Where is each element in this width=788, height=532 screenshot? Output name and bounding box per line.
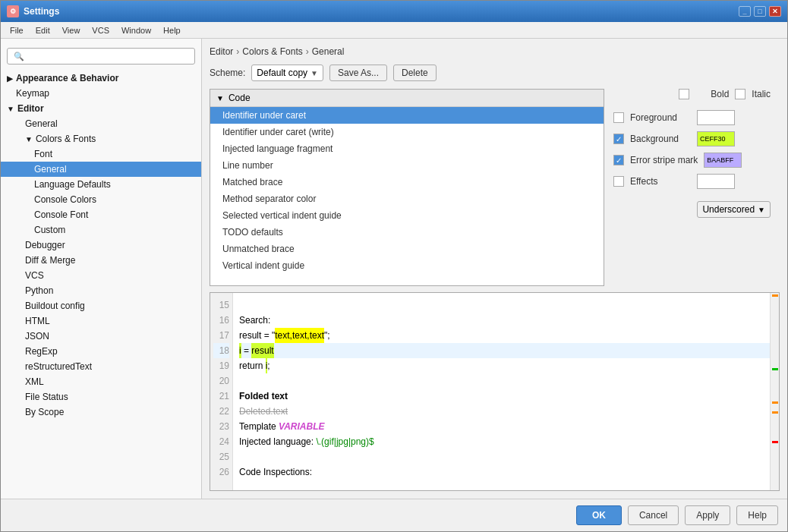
menu-file[interactable]: File <box>4 24 30 36</box>
help-button[interactable]: Help <box>736 505 778 525</box>
background-checkbox[interactable]: ✓ <box>613 134 624 144</box>
sidebar-item-label: Console Colors <box>34 194 96 205</box>
underscored-row: Underscored ▼ <box>613 198 771 218</box>
foreground-checkbox[interactable] <box>613 112 624 123</box>
menu-view[interactable]: View <box>56 24 87 36</box>
sidebar-item-by-scope[interactable]: By Scope <box>1 405 201 420</box>
effects-row: Effects <box>613 174 771 189</box>
italic-checkbox[interactable] <box>735 89 745 99</box>
code-item-4[interactable]: Matched brace <box>210 174 604 190</box>
code-item-3[interactable]: Line number <box>210 157 604 174</box>
sidebar-item-custom[interactable]: Custom <box>1 222 201 238</box>
effects-color-swatch[interactable] <box>697 174 735 189</box>
sidebar-item-regexp[interactable]: RegExp <box>1 344 201 359</box>
sidebar-item-label: By Scope <box>25 407 64 417</box>
menu-edit[interactable]: Edit <box>30 24 56 36</box>
sidebar-item-html[interactable]: HTML <box>1 313 201 329</box>
minimize-button[interactable]: _ <box>739 6 751 17</box>
code-line-24: Injected language: \.(gif|jpg|png)$ <box>239 434 773 449</box>
sidebar-item-debugger[interactable]: Debugger <box>1 238 201 253</box>
arrow-icon: ▼ <box>25 135 33 143</box>
bold-label: Bold <box>711 89 729 99</box>
background-color-value: CEFF30 <box>698 135 726 143</box>
sidebar-item-python[interactable]: Python <box>1 283 201 298</box>
ok-button[interactable]: OK <box>576 505 622 525</box>
sidebar-item-general2[interactable]: General <box>1 162 201 177</box>
cancel-button[interactable]: Cancel <box>628 505 679 525</box>
deleted-text: Deleted.text <box>239 404 288 419</box>
bold-checkbox[interactable] <box>679 89 689 99</box>
code-item-6[interactable]: Selected vertical indent guide <box>210 207 604 224</box>
code-item-0[interactable]: Identifier under caret <box>210 107 604 124</box>
code-line-15 <box>239 297 773 313</box>
sidebar-item-buildout[interactable]: Buildout config <box>1 298 201 313</box>
error-stripe-checkbox[interactable]: ✓ <box>613 155 624 165</box>
menu-help[interactable]: Help <box>157 24 187 36</box>
editor-panel: ▼ Code Identifier under caret Identifier… <box>210 89 780 286</box>
sidebar-item-label: File Status <box>25 392 68 402</box>
sidebar-item-font[interactable]: Font <box>1 146 201 162</box>
sidebar-item-label: reStructuredText <box>25 361 92 372</box>
code-item-8[interactable]: Unmatched brace <box>210 241 604 257</box>
sidebar-item-appearance[interactable]: ▶ Appearance & Behavior <box>1 71 201 86</box>
sidebar-item-vcs[interactable]: VCS <box>1 268 201 283</box>
sidebar-item-xml[interactable]: XML <box>1 374 201 389</box>
code-item-2[interactable]: Injected language fragment <box>210 140 604 157</box>
background-color-swatch[interactable]: CEFF30 <box>697 131 735 146</box>
line-num-18: 18 <box>213 343 229 358</box>
sidebar-item-console-colors[interactable]: Console Colors <box>1 192 201 207</box>
sidebar-item-diff-merge[interactable]: Diff & Merge <box>1 253 201 268</box>
sidebar-item-json[interactable]: JSON <box>1 329 201 344</box>
sidebar-item-colors-fonts[interactable]: ▼ Colors & Fonts <box>1 131 201 146</box>
sidebar-item-label: Buildout config <box>25 301 85 311</box>
code-line-21: Folded text <box>239 389 773 404</box>
effects-label: Effects <box>630 176 691 187</box>
scheme-select[interactable]: Default copy ▼ <box>251 65 323 81</box>
code-tree: ▼ Code Identifier under caret Identifier… <box>210 89 604 286</box>
settings-window: ⚙ Settings _ □ ✕ File Edit View VCS Wind… <box>0 0 788 532</box>
code-item-9[interactable]: Vertical indent guide <box>210 257 604 274</box>
search-input[interactable] <box>27 51 188 61</box>
sidebar-item-file-status[interactable]: File Status <box>1 389 201 405</box>
code-item-label: Identifier under caret <box>222 110 306 121</box>
line-num-19: 19 <box>213 358 229 373</box>
sidebar-item-restructured[interactable]: reStructuredText <box>1 359 201 374</box>
scrollbar[interactable] <box>770 293 779 490</box>
injected-text: \.(gif|jpg|png)$ <box>316 434 374 449</box>
search-icon: 🔍 <box>14 52 24 61</box>
sidebar-item-label: Colors & Fonts <box>36 134 96 144</box>
code-item-7[interactable]: TODO defaults <box>210 224 604 241</box>
sidebar-item-editor[interactable]: ▼ Editor <box>1 101 201 116</box>
code-item-label: Selected vertical indent guide <box>222 210 342 221</box>
code-line-23: Template VARIABLE <box>239 419 773 434</box>
code-tree-items: Identifier under caret Identifier under … <box>210 107 604 285</box>
line-numbers: 15 16 17 18 19 20 21 22 23 24 25 26 <box>210 293 233 490</box>
effects-checkbox[interactable] <box>613 176 624 187</box>
delete-button[interactable]: Delete <box>393 65 437 81</box>
apply-button[interactable]: Apply <box>685 505 730 525</box>
close-button[interactable]: ✕ <box>769 6 781 17</box>
menu-vcs[interactable]: VCS <box>86 24 115 36</box>
breadcrumb-part2: Colors & Fonts <box>242 46 302 57</box>
sidebar-item-language-defaults[interactable]: Language Defaults <box>1 177 201 192</box>
breadcrumb-sep1: › <box>236 46 239 57</box>
scheme-value: Default copy <box>257 68 307 78</box>
sidebar-item-general[interactable]: General <box>1 116 201 131</box>
sidebar-item-label: Python <box>25 285 53 296</box>
sidebar-item-console-font[interactable]: Console Font <box>1 207 201 222</box>
sidebar-item-label: Language Defaults <box>34 179 111 190</box>
main-panel: Editor › Colors & Fonts › General Scheme… <box>202 39 787 499</box>
line-num-22: 22 <box>213 404 229 419</box>
maximize-button[interactable]: □ <box>754 6 766 17</box>
search-box[interactable]: 🔍 <box>7 48 195 65</box>
code-item-5[interactable]: Method separator color <box>210 190 604 207</box>
underscored-select[interactable]: Underscored ▼ <box>697 201 771 218</box>
sidebar-item-keymap[interactable]: Keymap <box>1 86 201 101</box>
code-item-1[interactable]: Identifier under caret (write) <box>210 124 604 140</box>
foreground-color-swatch[interactable] <box>697 110 735 125</box>
error-stripe-color-swatch[interactable]: BAABFF <box>704 153 742 168</box>
save-as-button[interactable]: Save As... <box>329 65 387 81</box>
background-label: Background <box>630 134 691 144</box>
menu-window[interactable]: Window <box>115 24 157 36</box>
titlebar: ⚙ Settings _ □ ✕ <box>1 1 787 22</box>
